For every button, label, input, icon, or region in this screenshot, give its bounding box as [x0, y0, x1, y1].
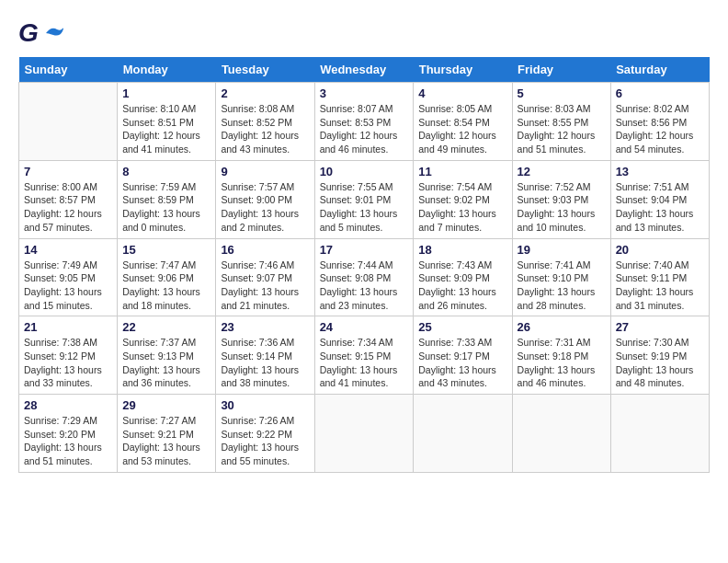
page-header: G	[18, 18, 710, 48]
day-info: Sunrise: 8:02 AMSunset: 8:56 PMDaylight:…	[616, 102, 704, 156]
day-number: 19	[518, 243, 606, 257]
day-info: Sunrise: 7:37 AMSunset: 9:13 PMDaylight:…	[122, 336, 210, 390]
day-header-wednesday: Wednesday	[314, 57, 414, 83]
day-info: Sunrise: 7:31 AMSunset: 9:18 PMDaylight:…	[518, 336, 606, 390]
day-header-sunday: Sunday	[19, 57, 118, 83]
day-number: 2	[221, 86, 309, 100]
day-info: Sunrise: 7:38 AMSunset: 9:12 PMDaylight:…	[24, 336, 112, 390]
day-cell: 21Sunrise: 7:38 AMSunset: 9:12 PMDayligh…	[19, 316, 118, 395]
day-cell: 22Sunrise: 7:37 AMSunset: 9:13 PMDayligh…	[118, 316, 216, 395]
day-cell: 19Sunrise: 7:41 AMSunset: 9:10 PMDayligh…	[512, 238, 610, 316]
day-number: 9	[221, 165, 309, 178]
calendar-table: SundayMondayTuesdayWednesdayThursdayFrid…	[18, 57, 710, 473]
day-header-friday: Friday	[512, 57, 610, 83]
day-cell: 30Sunrise: 7:26 AMSunset: 9:22 PMDayligh…	[216, 395, 314, 473]
day-header-monday: Monday	[118, 57, 216, 83]
day-info: Sunrise: 7:51 AMSunset: 9:04 PMDaylight:…	[616, 180, 704, 235]
day-number: 14	[24, 243, 112, 257]
day-number: 23	[221, 320, 309, 334]
day-cell: 23Sunrise: 7:36 AMSunset: 9:14 PMDayligh…	[216, 316, 314, 395]
day-number: 17	[320, 243, 409, 257]
day-cell: 14Sunrise: 7:49 AMSunset: 9:05 PMDayligh…	[19, 238, 118, 316]
day-info: Sunrise: 8:03 AMSunset: 8:55 PMDaylight:…	[518, 102, 606, 156]
day-cell: 11Sunrise: 7:54 AMSunset: 9:02 PMDayligh…	[414, 160, 512, 238]
day-cell: 7Sunrise: 8:00 AMSunset: 8:57 PMDaylight…	[19, 160, 118, 238]
day-info: Sunrise: 7:43 AMSunset: 9:09 PMDaylight:…	[418, 259, 506, 313]
logo-text	[42, 26, 64, 40]
day-info: Sunrise: 7:33 AMSunset: 9:17 PMDaylight:…	[418, 336, 506, 390]
day-info: Sunrise: 7:52 AMSunset: 9:03 PMDaylight:…	[518, 180, 606, 235]
day-cell: 17Sunrise: 7:44 AMSunset: 9:08 PMDayligh…	[314, 238, 414, 316]
day-number: 28	[24, 398, 112, 412]
day-cell: 16Sunrise: 7:46 AMSunset: 9:07 PMDayligh…	[216, 238, 314, 316]
day-cell: 3Sunrise: 8:07 AMSunset: 8:53 PMDaylight…	[314, 83, 414, 161]
day-info: Sunrise: 7:34 AMSunset: 9:15 PMDaylight:…	[320, 336, 409, 390]
day-number: 11	[418, 165, 506, 178]
day-info: Sunrise: 7:41 AMSunset: 9:10 PMDaylight:…	[518, 259, 606, 313]
day-number: 22	[122, 320, 210, 334]
day-number: 5	[518, 86, 606, 100]
logo: G	[18, 18, 64, 48]
day-cell: 20Sunrise: 7:40 AMSunset: 9:11 PMDayligh…	[610, 238, 709, 316]
week-row-3: 14Sunrise: 7:49 AMSunset: 9:05 PMDayligh…	[19, 238, 710, 316]
day-cell: 15Sunrise: 7:47 AMSunset: 9:06 PMDayligh…	[118, 238, 216, 316]
logo-bird-icon	[44, 26, 64, 40]
day-cell: 5Sunrise: 8:03 AMSunset: 8:55 PMDaylight…	[512, 83, 610, 161]
day-number: 29	[122, 398, 210, 412]
day-info: Sunrise: 7:27 AMSunset: 9:21 PMDaylight:…	[122, 414, 210, 468]
week-row-2: 7Sunrise: 8:00 AMSunset: 8:57 PMDaylight…	[19, 160, 710, 238]
day-number: 25	[418, 320, 506, 334]
day-number: 21	[24, 320, 112, 334]
day-number: 30	[221, 398, 309, 412]
day-number: 15	[122, 243, 210, 257]
day-info: Sunrise: 7:49 AMSunset: 9:05 PMDaylight:…	[24, 259, 112, 313]
day-number: 6	[616, 86, 704, 100]
week-row-4: 21Sunrise: 7:38 AMSunset: 9:12 PMDayligh…	[19, 316, 710, 395]
day-cell: 4Sunrise: 8:05 AMSunset: 8:54 PMDaylight…	[414, 83, 512, 161]
day-info: Sunrise: 8:07 AMSunset: 8:53 PMDaylight:…	[320, 102, 409, 156]
day-cell: 9Sunrise: 7:57 AMSunset: 9:00 PMDaylight…	[216, 160, 314, 238]
day-cell	[19, 83, 118, 161]
day-info: Sunrise: 7:26 AMSunset: 9:22 PMDaylight:…	[221, 414, 309, 468]
day-info: Sunrise: 8:08 AMSunset: 8:52 PMDaylight:…	[221, 102, 309, 156]
day-info: Sunrise: 7:59 AMSunset: 8:59 PMDaylight:…	[122, 180, 210, 235]
day-cell: 12Sunrise: 7:52 AMSunset: 9:03 PMDayligh…	[512, 160, 610, 238]
week-row-1: 1Sunrise: 8:10 AMSunset: 8:51 PMDaylight…	[19, 83, 710, 161]
day-cell	[414, 395, 512, 473]
day-cell	[512, 395, 610, 473]
day-cell	[610, 395, 709, 473]
day-number: 10	[320, 165, 409, 178]
day-number: 3	[320, 86, 409, 100]
day-header-saturday: Saturday	[610, 57, 709, 83]
day-cell: 26Sunrise: 7:31 AMSunset: 9:18 PMDayligh…	[512, 316, 610, 395]
day-number: 27	[616, 320, 704, 334]
day-info: Sunrise: 7:44 AMSunset: 9:08 PMDaylight:…	[320, 259, 409, 313]
day-cell: 2Sunrise: 8:08 AMSunset: 8:52 PMDaylight…	[216, 83, 314, 161]
logo-g-letter: G	[18, 18, 39, 47]
day-info: Sunrise: 8:05 AMSunset: 8:54 PMDaylight:…	[418, 102, 506, 156]
day-number: 26	[518, 320, 606, 334]
day-info: Sunrise: 7:57 AMSunset: 9:00 PMDaylight:…	[221, 180, 309, 235]
day-cell: 28Sunrise: 7:29 AMSunset: 9:20 PMDayligh…	[19, 395, 118, 473]
day-info: Sunrise: 7:30 AMSunset: 9:19 PMDaylight:…	[616, 336, 704, 390]
day-cell: 25Sunrise: 7:33 AMSunset: 9:17 PMDayligh…	[414, 316, 512, 395]
day-header-thursday: Thursday	[414, 57, 512, 83]
day-number: 13	[616, 165, 704, 178]
day-cell: 13Sunrise: 7:51 AMSunset: 9:04 PMDayligh…	[610, 160, 709, 238]
day-cell	[314, 395, 414, 473]
day-info: Sunrise: 7:29 AMSunset: 9:20 PMDaylight:…	[24, 414, 112, 468]
day-info: Sunrise: 7:40 AMSunset: 9:11 PMDaylight:…	[616, 259, 704, 313]
day-cell: 8Sunrise: 7:59 AMSunset: 8:59 PMDaylight…	[118, 160, 216, 238]
day-cell: 24Sunrise: 7:34 AMSunset: 9:15 PMDayligh…	[314, 316, 414, 395]
day-cell: 6Sunrise: 8:02 AMSunset: 8:56 PMDaylight…	[610, 83, 709, 161]
week-row-5: 28Sunrise: 7:29 AMSunset: 9:20 PMDayligh…	[19, 395, 710, 473]
day-cell: 1Sunrise: 8:10 AMSunset: 8:51 PMDaylight…	[118, 83, 216, 161]
day-number: 7	[24, 165, 112, 178]
day-number: 8	[122, 165, 210, 178]
day-info: Sunrise: 8:00 AMSunset: 8:57 PMDaylight:…	[24, 180, 112, 235]
day-number: 20	[616, 243, 704, 257]
day-number: 4	[418, 86, 506, 100]
day-number: 12	[518, 165, 606, 178]
day-number: 16	[221, 243, 309, 257]
day-info: Sunrise: 7:55 AMSunset: 9:01 PMDaylight:…	[320, 180, 409, 235]
